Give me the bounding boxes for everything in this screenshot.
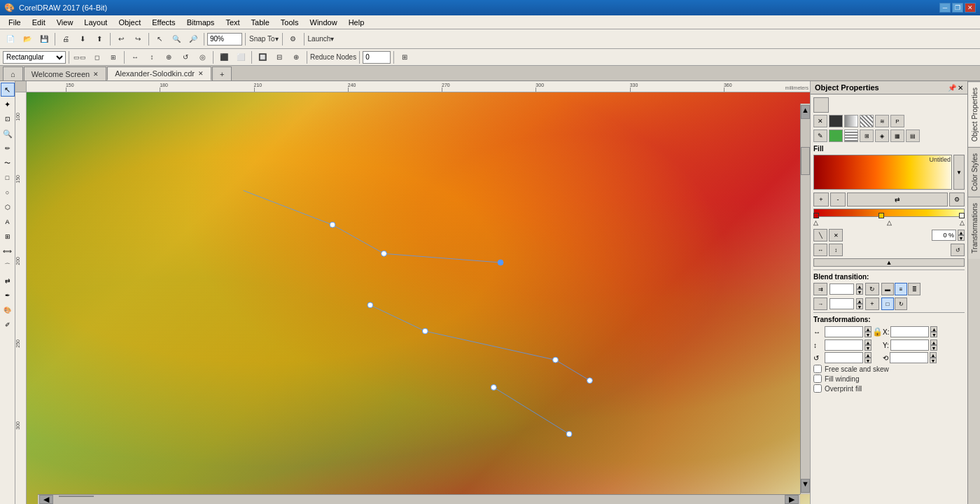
fill-texture[interactable]: ≋ [875, 115, 889, 127]
tb2-btn4[interactable]: ↔ [127, 50, 143, 65]
blend-circ-btn[interactable]: ↻ [895, 298, 907, 310]
polygon-tool[interactable]: ⬡ [1, 200, 15, 214]
menu-bitmaps[interactable]: Bitmaps [181, 17, 220, 28]
redo-button[interactable]: ↪ [130, 31, 146, 47]
tb2-btn6[interactable]: ⊕ [161, 50, 176, 65]
blend-angle-icon[interactable]: → [813, 298, 827, 310]
blend-add-btn[interactable]: + [865, 298, 879, 310]
grad-percent-input[interactable] [932, 230, 956, 241]
launch-btn[interactable]: Launch ▾ [307, 31, 335, 47]
tb2-btn14[interactable]: ⊞ [397, 50, 412, 65]
vscroll-thumb[interactable] [801, 147, 810, 175]
tb2-btn5[interactable]: ↕ [144, 50, 160, 65]
angle1-input[interactable]: 0.0 ° [825, 352, 863, 363]
fill-no-fill[interactable]: ✕ [813, 115, 827, 127]
horizontal-scrollbar[interactable]: ◀ ▶ [38, 494, 800, 504]
blend-icon[interactable]: ⇉ [813, 283, 827, 295]
menu-edit[interactable]: Edit [27, 17, 51, 28]
angle1-up[interactable]: ▲ [864, 352, 872, 358]
blend-angle-down[interactable]: ▼ [856, 304, 863, 309]
outline-tool[interactable]: ✐ [1, 318, 15, 332]
vtab-transformations[interactable]: Transformations [968, 197, 980, 259]
open-button[interactable]: 📂 [20, 31, 35, 47]
select-tool[interactable]: ↖ [1, 83, 15, 97]
tab-welcome[interactable]: Welcome Screen ✕ [24, 66, 107, 80]
table-tool[interactable]: ⊞ [1, 230, 15, 244]
parallel-dim-tool[interactable]: ⟺ [1, 244, 15, 258]
tb2-btn2[interactable]: ◻ [89, 50, 104, 65]
vtab-color-styles[interactable]: Color Styles [968, 147, 980, 197]
grad-ctrl5[interactable]: ↺ [951, 244, 965, 256]
tb2-btn10[interactable]: ⬜ [233, 50, 248, 65]
grad-ctrl2[interactable]: ✕ [829, 229, 843, 241]
close-button[interactable]: ✕ [965, 3, 976, 13]
fill-vector[interactable]: ◈ [875, 130, 889, 142]
add-stop-btn[interactable]: + [813, 192, 829, 206]
fill-winding-checkbox[interactable] [813, 374, 822, 383]
canvas-area[interactable]: ▲ ▼ ◀ ▶ [27, 92, 810, 504]
freehand-tool[interactable]: ✏ [1, 141, 15, 155]
tb2-btn9[interactable]: ⬛ [216, 50, 232, 65]
pos-y-up[interactable]: ▲ [930, 340, 937, 345]
menu-table[interactable]: Table [246, 17, 275, 28]
stop-mid[interactable] [878, 213, 884, 218]
remove-stop-btn[interactable]: - [830, 192, 846, 206]
new-button[interactable]: 📄 [3, 31, 18, 47]
color-stop-settings[interactable]: ⚙ [949, 192, 965, 206]
stop-left[interactable] [813, 213, 819, 218]
fill-tool[interactable]: 🎨 [1, 303, 15, 317]
pos-x-input[interactable]: -11.747 % [890, 326, 929, 337]
fill-edit-btn[interactable]: ✎ [813, 130, 827, 142]
artistic-media-tool[interactable]: 〜 [1, 156, 15, 170]
blend-tool[interactable]: ⇄ [1, 274, 15, 288]
menu-file[interactable]: File [3, 17, 27, 28]
zoom-tool[interactable]: 🔍 [1, 127, 15, 141]
ellipse-tool[interactable]: ○ [1, 186, 15, 200]
reverse-grad-btn[interactable]: ⇄ [847, 192, 948, 206]
grad-ctrl1[interactable]: ╲ [813, 229, 827, 241]
zoom-out-btn[interactable]: 🔎 [186, 31, 201, 47]
fill-top-icons[interactable]: ✕ ≋ P [813, 115, 965, 127]
tb2-btn12[interactable]: ⊟ [272, 50, 287, 65]
grad-spin-down[interactable]: ▼ [958, 235, 965, 241]
grad-ctrl3[interactable]: ↔ [813, 244, 827, 256]
fill-dropdown-btn[interactable]: ▼ [953, 155, 965, 190]
lock-icon[interactable]: 🔒 [873, 326, 881, 338]
menu-object[interactable]: Object [113, 17, 146, 28]
blend-spin-down[interactable]: ▼ [856, 289, 863, 295]
fill-pattern[interactable] [860, 115, 874, 127]
angle2-up[interactable]: ▲ [930, 352, 937, 358]
tb2-btn7[interactable]: ↺ [178, 50, 193, 65]
shape-tool[interactable]: ✦ [1, 97, 15, 111]
blend-value-input[interactable]: 256 [830, 284, 854, 295]
fill-linear-grad[interactable] [844, 115, 858, 127]
tb2-btn8[interactable]: ◎ [195, 50, 210, 65]
fill-special[interactable]: ▤ [906, 130, 920, 142]
snap-to-btn[interactable]: Snap To ▾ [248, 31, 279, 47]
pos-y-down[interactable]: ▼ [930, 345, 937, 351]
file-tab-close[interactable]: ✕ [198, 70, 204, 77]
tb2-btn3[interactable]: ⊞ [106, 50, 121, 65]
text-tool[interactable]: A [1, 215, 15, 229]
import-button[interactable]: ⬇ [75, 31, 90, 47]
blend-angle-input[interactable]: 0.0 [830, 298, 854, 309]
gradient-bar[interactable] [813, 209, 965, 217]
angle1-down[interactable]: ▼ [864, 358, 872, 363]
blend-angle-up[interactable]: ▲ [856, 298, 863, 304]
vscroll-down[interactable]: ▼ [801, 479, 810, 493]
restore-button[interactable]: ❐ [952, 3, 963, 13]
angle2-input[interactable]: -20.2 ° [890, 352, 928, 363]
scale-x-up[interactable]: ▲ [864, 326, 872, 332]
zoom-input[interactable] [207, 33, 242, 46]
menu-layout[interactable]: Layout [78, 17, 113, 28]
fill-postscript[interactable]: P [890, 115, 904, 127]
undo-button[interactable]: ↩ [113, 31, 129, 47]
tab-add[interactable]: + [212, 66, 232, 80]
connector-tool[interactable]: ⌒ [1, 259, 15, 273]
panel-pin[interactable]: 📌 [948, 84, 956, 92]
scale-x-down[interactable]: ▼ [864, 332, 872, 337]
panel-close[interactable]: ✕ [958, 84, 963, 92]
hscroll-thumb[interactable] [59, 496, 94, 497]
fill-second-icons[interactable]: ✎ ⊞ ◈ ▦ ▤ [813, 130, 965, 142]
stop-right[interactable] [959, 213, 965, 218]
